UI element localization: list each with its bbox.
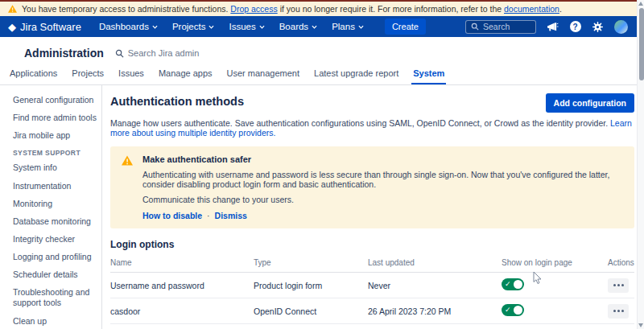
create-button[interactable]: Create [385, 19, 426, 35]
navbar-right: Search ? [465, 20, 638, 34]
nav-label: Projects [172, 22, 206, 31]
table-row: Username and password Product login form… [110, 273, 634, 298]
nav-item-plans[interactable]: Plans [332, 22, 364, 31]
row-actions-button[interactable] [608, 304, 629, 319]
sidebar-item-system-info[interactable]: System info [13, 162, 97, 173]
nav-item-issues[interactable]: Issues [229, 22, 264, 31]
jira-admin-page: You have temporary access to administrat… [0, 0, 644, 329]
main-header: Authentication methods Add configuration [110, 93, 634, 113]
warning-links: How to disable · Dismiss [142, 211, 623, 220]
temporary-access-banner: You have temporary access to administrat… [0, 2, 644, 16]
banner-text-end: . [559, 4, 562, 14]
chevron-down-icon [152, 25, 158, 29]
admin-search-placeholder: Search Jira admin [128, 48, 200, 58]
admin-search-input[interactable]: Search Jira admin [115, 48, 200, 58]
nav-menu: Dashboards Projects Issues Boards Plans … [99, 19, 426, 35]
warning-title: Make authentication safer [142, 154, 623, 164]
show-on-login-toggle[interactable] [502, 304, 524, 316]
sidebar-item-instrumentation[interactable]: Instrumentation [13, 181, 97, 191]
content-body: General configuration Find more admin to… [0, 85, 644, 329]
col-header-last-updated: Last updated [368, 253, 502, 272]
global-search-input[interactable]: Search [465, 20, 536, 34]
dismiss-link[interactable]: Dismiss [215, 211, 247, 220]
nav-label: Issues [229, 22, 255, 31]
admin-tabs: Applications Projects Issues Manage apps… [0, 66, 644, 85]
jira-logo-icon: ◆ [8, 22, 16, 32]
tab-manage-apps[interactable]: Manage apps [157, 66, 214, 84]
sidebar-item-clean-up[interactable]: Clean up [13, 316, 97, 327]
warning-icon [122, 155, 133, 166]
banner-text: You have temporary access to administrat… [22, 4, 562, 14]
sidebar-item-integrity-checker[interactable]: Integrity checker [13, 234, 97, 245]
admin-header: Administration Search Jira admin [0, 37, 644, 66]
chevron-down-icon [312, 25, 317, 29]
how-to-disable-link[interactable]: How to disable [142, 211, 202, 220]
intro-body: Manage how users authenticate. Save auth… [110, 118, 608, 128]
add-configuration-button[interactable]: Add configuration [546, 93, 634, 113]
search-icon [115, 49, 124, 58]
chevron-down-icon [259, 25, 265, 29]
nav-label: Dashboards [99, 22, 149, 31]
sidebar-item-jira-mobile-app[interactable]: Jira mobile app [13, 130, 97, 141]
vertical-scrollbar[interactable] [637, 0, 644, 329]
tab-system[interactable]: System [411, 66, 446, 84]
show-on-login-toggle[interactable] [502, 278, 524, 290]
scrollbar-thumb[interactable] [639, 8, 644, 80]
page-title: Administration [24, 47, 104, 60]
chevron-down-icon [358, 25, 364, 29]
col-header-type: Type [254, 253, 368, 272]
table-row: casdoor OpenID Connect 26 April 2023 7:2… [110, 298, 634, 324]
row-name: Username and password [110, 281, 254, 290]
drop-access-link[interactable]: Drop access [230, 4, 277, 14]
scroll-up-arrow-icon[interactable] [638, 2, 643, 6]
section-title: Authentication methods [110, 93, 244, 108]
sidebar-item-scheduler-details[interactable]: Scheduler details [13, 269, 97, 280]
tab-latest-upgrade-report[interactable]: Latest upgrade report [312, 66, 400, 84]
col-header-show-on-login: Show on login page [502, 253, 608, 272]
tab-issues[interactable]: Issues [117, 66, 146, 84]
sidebar-item-logging-and-profiling[interactable]: Logging and profiling [13, 252, 97, 262]
tab-projects[interactable]: Projects [70, 66, 105, 84]
sidebar-heading-system-support: SYSTEM SUPPORT [13, 149, 97, 157]
question-mark-glyph: ? [570, 21, 581, 32]
settings-gear-icon[interactable] [592, 21, 604, 33]
warning-line2: Communicate this change to your users. [142, 195, 623, 204]
warning-icon [8, 5, 17, 13]
sidebar-item-troubleshooting[interactable]: Troubleshooting and support tools [13, 287, 97, 308]
row-actions-button[interactable] [608, 278, 629, 293]
row-name: casdoor [110, 306, 254, 316]
link-separator: · [207, 211, 210, 220]
tab-applications[interactable]: Applications [8, 66, 59, 84]
sidebar-item-general-configuration[interactable]: General configuration [13, 95, 97, 105]
user-avatar[interactable] [614, 20, 628, 34]
banner-text-mid: if you no longer require it. For more in… [280, 4, 502, 14]
sidebar-item-monitoring[interactable]: Monitoring [13, 199, 97, 209]
brand-label: Jira Software [20, 21, 81, 33]
table-header-row: Name Type Last updated Show on login pag… [110, 253, 634, 273]
nav-label: Boards [279, 22, 308, 31]
banner-text-start: You have temporary access to administrat… [22, 4, 228, 14]
system-sidebar: General configuration Find more admin to… [0, 85, 102, 329]
top-navbar: ◆ Jira Software Dashboards Projects Issu… [0, 16, 644, 37]
nav-label: Plans [332, 22, 355, 31]
row-last-updated: 26 April 2023 7:20 PM [368, 306, 502, 316]
intro-text: Manage how users authenticate. Save auth… [110, 118, 634, 138]
documentation-link[interactable]: documentation [504, 4, 559, 14]
nav-item-dashboards[interactable]: Dashboards [99, 22, 158, 31]
search-icon [471, 23, 479, 31]
scroll-down-arrow-icon[interactable] [638, 323, 643, 327]
sidebar-item-database-monitoring[interactable]: Database monitoring [13, 216, 97, 227]
row-type: Product login form [254, 281, 368, 290]
sidebar-item-find-more-admin-tools[interactable]: Find more admin tools [13, 113, 97, 123]
main-content: Authentication methods Add configuration… [102, 85, 644, 329]
nav-item-projects[interactable]: Projects [172, 22, 215, 31]
login-options-table: Name Type Last updated Show on login pag… [110, 253, 634, 324]
tab-user-management[interactable]: User management [225, 66, 302, 84]
col-header-name: Name [110, 253, 254, 272]
chevron-down-icon [208, 25, 214, 29]
announcements-icon[interactable] [547, 21, 559, 33]
help-icon[interactable]: ? [569, 21, 581, 33]
nav-item-boards[interactable]: Boards [279, 22, 317, 31]
login-options-title: Login options [110, 239, 634, 250]
jira-brand[interactable]: ◆ Jira Software [8, 21, 81, 33]
